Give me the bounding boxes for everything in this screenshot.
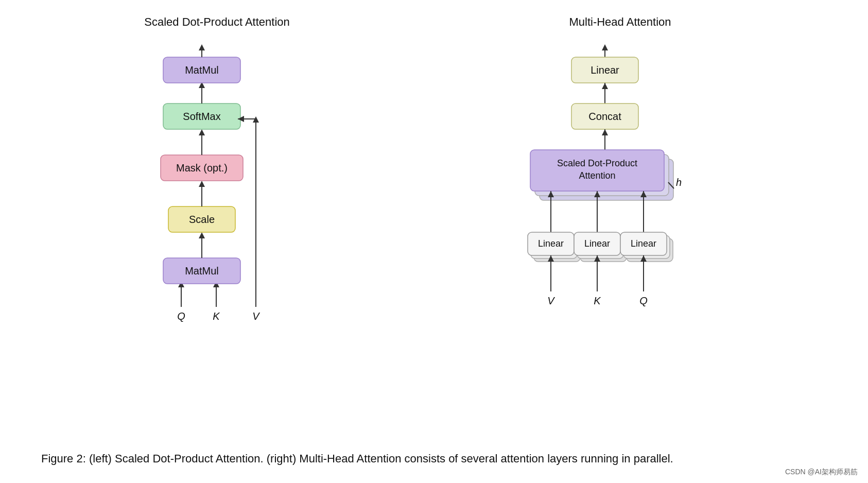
svg-text:Linear: Linear [630,238,656,249]
svg-marker-37 [602,83,608,89]
left-diagram-svg: Q K V MatMul Scale Mask (opt.) [130,44,305,333]
svg-marker-41 [602,129,608,135]
svg-marker-21 [199,129,205,135]
svg-marker-17 [199,181,205,187]
svg-text:Linear: Linear [591,64,619,76]
left-diagram-title: Scaled Dot-Product Attention [144,15,290,29]
page-container: Scaled Dot-Product Attention Q K V [0,0,868,483]
svg-text:K: K [213,310,220,322]
right-diagram: Multi-Head Attention Linear Concat [492,15,749,338]
svg-text:MatMul: MatMul [185,64,219,76]
left-diagram: Scaled Dot-Product Attention Q K V [119,15,315,333]
svg-marker-31 [199,44,205,50]
svg-text:Q: Q [177,310,185,322]
svg-marker-13 [199,232,205,238]
svg-text:Concat: Concat [588,111,621,122]
svg-text:SoftMax: SoftMax [183,111,220,122]
svg-text:Scaled Dot-Product: Scaled Dot-Product [557,158,637,168]
svg-text:Linear: Linear [537,238,563,249]
caption-section: Figure 2: (left) Scaled Dot-Product Atte… [0,439,868,483]
svg-text:MatMul: MatMul [185,265,219,277]
caption-text: Figure 2: (left) Scaled Dot-Product Atte… [41,450,827,468]
svg-text:V: V [252,310,260,322]
svg-text:Scale: Scale [188,214,214,225]
right-diagram-title: Multi-Head Attention [569,15,671,29]
watermark: CSDN @AI架构师易筋 [785,468,858,477]
right-diagram-svg: Linear Concat Scaled Dot-Product Atte [497,44,744,338]
diagrams-row: Scaled Dot-Product Attention Q K V [0,0,868,439]
svg-text:Linear: Linear [584,238,610,249]
svg-text:K: K [594,295,601,306]
svg-text:Attention: Attention [579,170,615,181]
svg-text:Q: Q [639,295,648,306]
svg-text:Mask (opt.): Mask (opt.) [176,162,227,174]
svg-marker-33 [602,44,608,50]
svg-text:V: V [547,295,555,306]
svg-text:h: h [676,177,682,188]
